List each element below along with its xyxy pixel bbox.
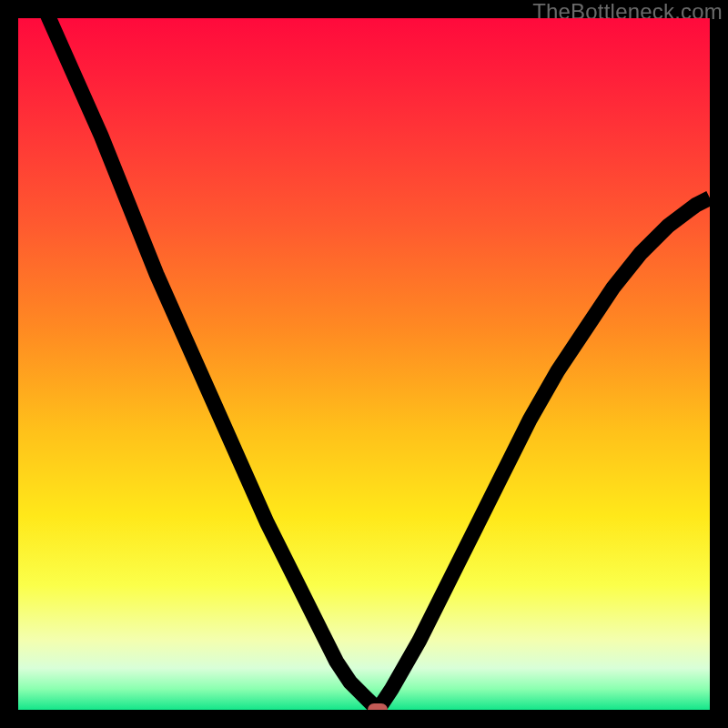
bottleneck-curve bbox=[18, 18, 710, 710]
plot-area bbox=[18, 18, 710, 710]
optimum-marker bbox=[368, 703, 388, 710]
chart-frame: TheBottleneck.com bbox=[0, 0, 728, 728]
curve-svg bbox=[18, 18, 710, 710]
